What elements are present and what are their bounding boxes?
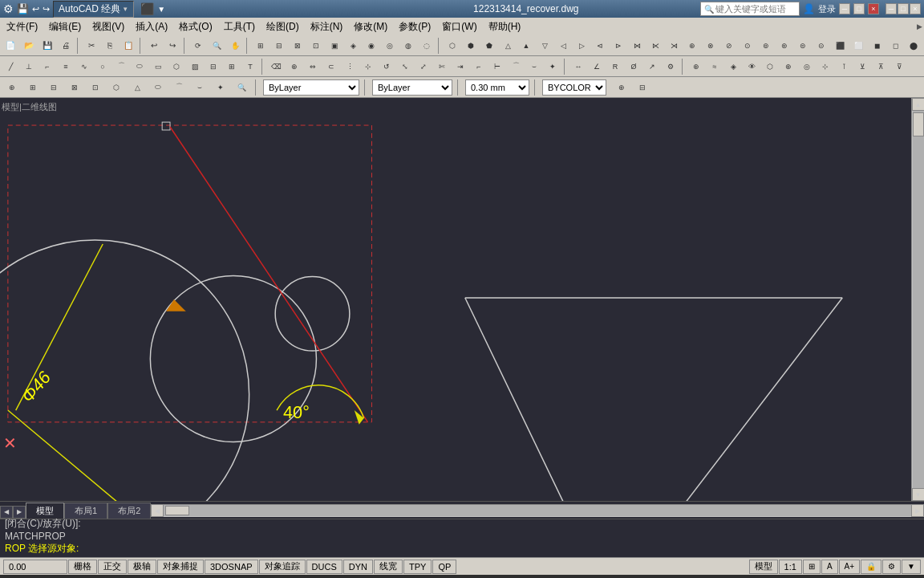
tb2-break-btn[interactable]: ⌐	[470, 58, 488, 75]
tb2-dyn-btn[interactable]: ⊼	[872, 58, 890, 75]
tb-btn-l[interactable]: ⬢	[462, 37, 480, 55]
tb3-btn-1[interactable]: ⊕	[3, 79, 21, 96]
status-osnap[interactable]: 对象捕捉	[157, 560, 204, 574]
menu-insert[interactable]: 插入(A)	[131, 18, 172, 35]
win-minimize-btn[interactable]: ─	[839, 3, 850, 14]
status-grid[interactable]: 栅格	[68, 560, 97, 574]
tb-btn-ab[interactable]: ⊚	[757, 37, 775, 55]
tb-btn-ad[interactable]: ⊜	[794, 37, 812, 55]
tb3-btn-12[interactable]: ⊕	[613, 79, 630, 96]
tb2-view-btn[interactable]: 👁	[743, 58, 760, 75]
status-tpy[interactable]: TPY	[403, 560, 432, 574]
tb-btn-b[interactable]: ⊟	[270, 37, 288, 55]
tb-btn-ag[interactable]: ⬜	[849, 37, 867, 55]
tb2-circle-btn[interactable]: ○	[94, 58, 111, 75]
status-anno2-btn[interactable]: A+	[839, 560, 861, 574]
tb2-rect-btn[interactable]: ▭	[149, 58, 167, 75]
status-ducs[interactable]: DUCS	[306, 560, 342, 574]
status-clean-btn[interactable]: ▼	[902, 560, 921, 574]
tb-btn-u[interactable]: ⋈	[628, 37, 646, 55]
drawing-canvas[interactable]: Φ46 40°	[0, 98, 911, 501]
tb-btn-aa[interactable]: ⊙	[739, 37, 756, 55]
tb2-dia-dim-btn[interactable]: Ø	[625, 58, 642, 75]
tb-btn-g[interactable]: ◉	[363, 37, 380, 55]
tb-btn-d[interactable]: ⊡	[307, 37, 325, 55]
tb-btn-af[interactable]: ⬛	[831, 37, 849, 55]
status-otrack[interactable]: 对象追踪	[259, 560, 306, 574]
tb-btn-t[interactable]: ⊳	[610, 37, 627, 55]
inner-close-btn[interactable]: ×	[910, 3, 921, 14]
tb2-3d-btn[interactable]: ⬡	[761, 58, 779, 75]
tb-open-btn[interactable]: 📂	[20, 37, 38, 55]
menu-window[interactable]: 窗口(W)	[437, 18, 481, 35]
tb2-render-btn[interactable]: ◈	[724, 58, 742, 75]
status-anno-btn[interactable]: A	[821, 560, 838, 574]
tb3-btn-3[interactable]: ⊟	[45, 79, 63, 96]
tb2-move-btn[interactable]: ⊹	[359, 58, 377, 75]
tb-new-btn[interactable]: 📄	[2, 37, 19, 55]
close-drawing-btn[interactable]: ✕	[3, 434, 17, 453]
tb-btn-f[interactable]: ◈	[344, 37, 362, 55]
linetype-dropdown[interactable]: ByLayer	[372, 79, 452, 96]
tb-btn-m[interactable]: ⬟	[480, 37, 498, 55]
tb2-trim-btn[interactable]: ✄	[433, 58, 451, 75]
tb2-angle-dim-btn[interactable]: ∠	[588, 58, 606, 75]
tb-btn-z[interactable]: ⊘	[720, 37, 738, 55]
vscroll-track[interactable]	[913, 111, 924, 488]
tb-save-btn[interactable]: 💾	[38, 37, 56, 55]
win-close-btn[interactable]: ×	[868, 3, 879, 14]
tb2-polygon-btn[interactable]: ⬡	[168, 58, 185, 75]
menu-file[interactable]: 文件(F)	[2, 18, 43, 35]
tb2-region-btn[interactable]: ⊟	[205, 58, 222, 75]
tb2-polar-btn[interactable]: ⊻	[853, 58, 871, 75]
tb3-btn-4[interactable]: ⊠	[66, 79, 83, 96]
tb2-props-btn[interactable]: ⚙	[662, 58, 679, 75]
tab-layout1[interactable]: 布局1	[64, 503, 107, 519]
tb-btn-v[interactable]: ⋉	[646, 37, 664, 55]
tb2-extend-btn[interactable]: ⇥	[452, 58, 469, 75]
status-scale[interactable]: 1:1	[779, 560, 802, 574]
menu-help[interactable]: 帮助(H)	[484, 18, 526, 35]
tb-btn-o[interactable]: ▲	[517, 37, 535, 55]
lineweight-dropdown[interactable]: 0.30 mm	[465, 79, 529, 96]
tb2-erase-btn[interactable]: ⌫	[267, 58, 285, 75]
tb-btn-ah[interactable]: ◼	[868, 37, 886, 55]
tb-btn-ae[interactable]: ⊝	[813, 37, 830, 55]
quick-redo-icon[interactable]: ↪	[43, 4, 50, 14]
tb2-match-btn[interactable]: ≈	[706, 58, 723, 75]
tb-btn-r[interactable]: ▷	[573, 37, 590, 55]
search-box[interactable]: 🔍	[700, 2, 800, 16]
inner-max-btn[interactable]: □	[898, 3, 909, 14]
tb3-btn-10[interactable]: ⌣	[191, 79, 209, 96]
tb2-layer-btn[interactable]: ⊕	[687, 58, 705, 75]
tb-btn-p[interactable]: ▽	[536, 37, 553, 55]
menu-modify[interactable]: 修改(M)	[349, 18, 392, 35]
tb3-btn-13[interactable]: ⊟	[634, 79, 651, 96]
tb2-text-btn[interactable]: T	[241, 58, 259, 75]
menu-extra[interactable]: ▶	[917, 22, 922, 31]
tb3-btn-11[interactable]: ✦	[212, 79, 229, 96]
tb-btn-h[interactable]: ◎	[381, 37, 399, 55]
tb-btn-i[interactable]: ◍	[399, 37, 417, 55]
tb-btn-aj[interactable]: ⬤	[905, 37, 922, 55]
vscroll-thumb[interactable]	[913, 112, 924, 136]
hscroll-left-btn[interactable]: ◀	[151, 504, 164, 517]
tb2-track-btn[interactable]: ⊹	[817, 58, 834, 75]
tb2-arc-btn[interactable]: ⌒	[112, 58, 130, 75]
menu-dimension[interactable]: 标注(N)	[306, 18, 348, 35]
status-ortho[interactable]: 正交	[98, 560, 127, 574]
tb-btn-j[interactable]: ◌	[418, 37, 436, 55]
tb-btn-a[interactable]: ⊞	[252, 37, 270, 55]
tb2-osnap-btn[interactable]: ◎	[798, 58, 816, 75]
tb2-lw-btn[interactable]: ⊽	[890, 58, 908, 75]
tb-print-btn[interactable]: 🖨	[57, 37, 75, 55]
menu-edit[interactable]: 编辑(E)	[44, 18, 86, 35]
hscroll[interactable]: ◀ ▶	[151, 504, 924, 517]
tb-btn-y[interactable]: ⊗	[702, 37, 719, 55]
canvas-area[interactable]: ✕ Φ46	[0, 98, 911, 501]
tb-btn-c[interactable]: ⊠	[289, 37, 306, 55]
vscroll[interactable]: ▲ ▼	[911, 98, 924, 501]
vscroll-down-btn[interactable]: ▼	[912, 488, 925, 501]
hscroll-track[interactable]	[164, 505, 911, 516]
status-lw[interactable]: 线宽	[374, 560, 403, 574]
